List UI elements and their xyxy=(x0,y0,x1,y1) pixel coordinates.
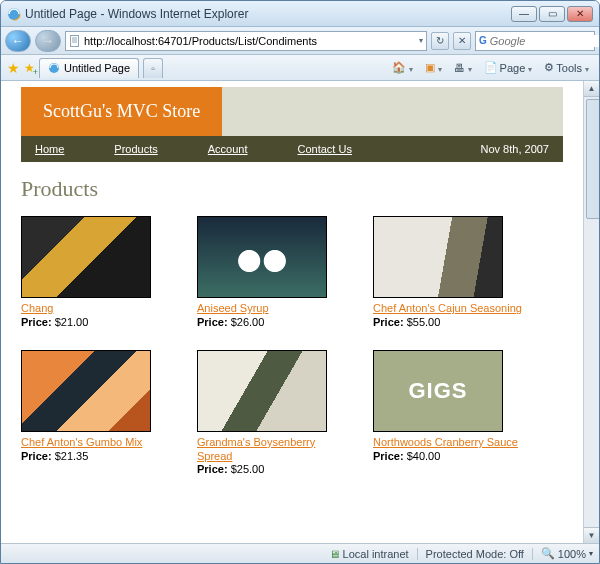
zoom-icon: 🔍 xyxy=(541,547,555,560)
new-tab-button[interactable]: ▫ xyxy=(143,58,163,78)
svg-rect-2 xyxy=(71,35,79,46)
nav-account[interactable]: Account xyxy=(208,143,248,155)
product-card: Aniseed Syrup Price: $26.00 xyxy=(197,216,347,328)
browser-tab[interactable]: Untitled Page xyxy=(39,58,139,78)
site-header: ScottGu's MVC Store xyxy=(21,87,563,136)
price-label: Price: xyxy=(21,450,52,462)
product-link[interactable]: Northwoods Cranberry Sauce xyxy=(373,436,518,448)
price-label: Price: xyxy=(373,316,404,328)
stop-button[interactable]: ✕ xyxy=(453,32,471,50)
price-label: Price: xyxy=(373,450,404,462)
product-price: $26.00 xyxy=(231,316,265,328)
print-button[interactable]: 🖶 xyxy=(450,59,476,77)
site-date: Nov 8th, 2007 xyxy=(481,143,550,155)
minimize-button[interactable]: — xyxy=(511,6,537,22)
titlebar: Untitled Page - Windows Internet Explore… xyxy=(1,1,599,27)
product-image[interactable] xyxy=(197,350,327,432)
chevron-down-icon: ▾ xyxy=(589,549,593,558)
status-bar: 🖥 Local intranet Protected Mode: Off 🔍 1… xyxy=(1,543,599,563)
address-input[interactable] xyxy=(84,35,416,47)
product-card: GIGS Northwoods Cranberry Sauce Price: $… xyxy=(373,350,523,476)
tab-title: Untitled Page xyxy=(64,62,130,74)
search-box[interactable]: G 🔍 xyxy=(475,31,595,51)
nav-toolbar: ← → ▾ ↻ ✕ G 🔍 xyxy=(1,27,599,55)
product-image[interactable] xyxy=(373,216,503,298)
forward-button[interactable]: → xyxy=(35,30,61,52)
tools-menu[interactable]: ⚙Tools xyxy=(540,59,593,77)
tab-toolbar: ★ ★+ Untitled Page ▫ 🏠 ▣ 🖶 📄Page ⚙Tools xyxy=(1,55,599,81)
feeds-button[interactable]: ▣ xyxy=(421,59,446,77)
product-price: $21.00 xyxy=(55,316,89,328)
product-link[interactable]: Grandma's Boysenberry Spread xyxy=(197,436,315,462)
product-image[interactable] xyxy=(21,216,151,298)
scroll-up-button[interactable]: ▲ xyxy=(584,81,599,97)
back-button[interactable]: ← xyxy=(5,30,31,52)
print-icon: 🖶 xyxy=(454,62,465,74)
site-brand: ScottGu's MVC Store xyxy=(21,87,222,136)
window-title: Untitled Page - Windows Internet Explore… xyxy=(25,7,248,21)
page-title: Products xyxy=(21,176,563,202)
page-menu-icon: 📄 xyxy=(484,61,498,74)
search-provider-icon: G xyxy=(479,35,487,46)
add-favorites-icon[interactable]: ★+ xyxy=(24,61,35,75)
close-button[interactable]: ✕ xyxy=(567,6,593,22)
search-input[interactable] xyxy=(490,35,600,47)
product-grid: Chang Price: $21.00 Aniseed Syrup Price:… xyxy=(21,216,563,475)
product-price: $55.00 xyxy=(407,316,441,328)
nav-contact[interactable]: Contact Us xyxy=(298,143,352,155)
price-label: Price: xyxy=(21,316,52,328)
page-menu[interactable]: 📄Page xyxy=(480,59,537,77)
tab-page-icon xyxy=(48,62,60,74)
maximize-button[interactable]: ▭ xyxy=(539,6,565,22)
page-icon xyxy=(69,35,81,47)
zoom-level: 100% xyxy=(558,548,586,560)
security-zone: Local intranet xyxy=(343,548,409,560)
favorites-star-icon[interactable]: ★ xyxy=(7,60,20,76)
product-card: Chang Price: $21.00 xyxy=(21,216,171,328)
home-icon: 🏠 xyxy=(392,61,406,74)
product-image[interactable]: GIGS xyxy=(373,350,503,432)
vertical-scrollbar[interactable]: ▲ ▼ xyxy=(583,81,599,543)
address-bar[interactable]: ▾ xyxy=(65,31,427,51)
product-price: $25.00 xyxy=(231,463,265,475)
product-link[interactable]: Chef Anton's Cajun Seasoning xyxy=(373,302,522,314)
product-image[interactable] xyxy=(197,216,327,298)
product-card: Chef Anton's Cajun Seasoning Price: $55.… xyxy=(373,216,523,328)
product-card: Chef Anton's Gumbo Mix Price: $21.35 xyxy=(21,350,171,476)
price-label: Price: xyxy=(197,463,228,475)
scroll-down-button[interactable]: ▼ xyxy=(584,527,599,543)
product-link[interactable]: Chef Anton's Gumbo Mix xyxy=(21,436,142,448)
product-card: Grandma's Boysenberry Spread Price: $25.… xyxy=(197,350,347,476)
site-nav: Home Products Account Contact Us Nov 8th… xyxy=(21,136,563,162)
nav-home[interactable]: Home xyxy=(35,143,64,155)
refresh-button[interactable]: ↻ xyxy=(431,32,449,50)
price-label: Price: xyxy=(197,316,228,328)
address-dropdown-icon[interactable]: ▾ xyxy=(419,36,423,45)
product-price: $21.35 xyxy=(55,450,89,462)
gear-icon: ⚙ xyxy=(544,61,554,74)
rss-icon: ▣ xyxy=(425,61,435,74)
product-image[interactable] xyxy=(21,350,151,432)
product-link[interactable]: Chang xyxy=(21,302,53,314)
zoom-control[interactable]: 🔍 100% ▾ xyxy=(541,547,593,560)
scroll-thumb[interactable] xyxy=(586,99,599,219)
product-link[interactable]: Aniseed Syrup xyxy=(197,302,269,314)
viewport: ScottGu's MVC Store Home Products Accoun… xyxy=(1,81,599,543)
product-price: $40.00 xyxy=(407,450,441,462)
nav-products[interactable]: Products xyxy=(114,143,157,155)
zone-icon: 🖥 xyxy=(329,548,340,560)
protected-mode: Protected Mode: Off xyxy=(426,548,524,560)
ie-logo-icon xyxy=(7,7,21,21)
home-button[interactable]: 🏠 xyxy=(388,59,417,77)
